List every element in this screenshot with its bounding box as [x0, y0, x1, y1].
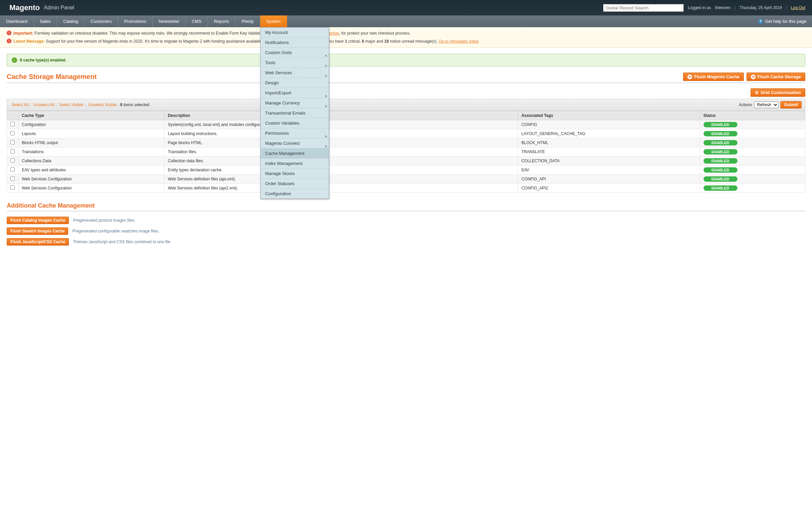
nav-promotions[interactable]: Promotions [118, 16, 153, 27]
table-row[interactable]: Web Services ConfigurationWeb Services d… [7, 184, 805, 193]
menu-item-manage-stores[interactable]: Manage Stores [261, 168, 329, 179]
cell-type: EAV types and attributes [18, 166, 165, 175]
menu-item-transactional-emails[interactable]: Transactional Emails [261, 108, 329, 118]
menu-item-tools[interactable]: Tools [261, 58, 329, 68]
cell-tags: CONFIG_API [518, 175, 700, 184]
nav-system[interactable]: System [260, 16, 287, 27]
cell-tags: EAV [518, 166, 700, 175]
col-status[interactable]: Status [700, 111, 805, 120]
table-row[interactable]: LayoutsLayout building instructions.LAYO… [7, 129, 805, 138]
important-message: Important: Formkey validation on checkou… [14, 30, 411, 36]
cell-desc: Layout building instructions. [164, 129, 518, 138]
menu-item-manage-currency[interactable]: Manage Currency [261, 98, 329, 108]
cell-status: ENABLED [700, 129, 805, 138]
table-row[interactable]: TranslationsTranslation files.TRANSLATEE… [7, 147, 805, 157]
table-row[interactable]: EAV types and attributesEntity types dec… [7, 166, 805, 175]
status-badge: ENABLED [704, 185, 737, 191]
row-checkbox[interactable] [11, 122, 15, 126]
table-row[interactable]: ConfigurationSystem(config.xml, local.xm… [7, 120, 805, 129]
selected-count: 0 [120, 102, 123, 107]
menu-item-magento-connect[interactable]: Magento Connect [261, 138, 329, 148]
col-tags[interactable]: Associated Tags [518, 111, 700, 120]
row-checkbox[interactable] [11, 158, 15, 163]
cell-tags: CONFIG_API2 [518, 184, 700, 193]
nav-plenty[interactable]: Plenty [236, 16, 260, 27]
menu-item-custom-grids[interactable]: Custom Grids [261, 48, 329, 58]
messages-inbox-link[interactable]: Go to messages inbox [439, 39, 479, 44]
nav-cms[interactable]: CMS [186, 16, 208, 27]
row-checkbox[interactable] [11, 149, 15, 154]
menu-item-cache-management[interactable]: Cache Management [261, 148, 329, 159]
nav-newsletter[interactable]: Newsletter [153, 16, 186, 27]
cell-status: ENABLED [700, 184, 805, 193]
menu-item-permissions[interactable]: Permissions [261, 128, 329, 138]
nav-sales[interactable]: Sales [34, 16, 57, 27]
close-icon: ✕ [751, 75, 756, 79]
cell-desc: Page blocks HTML. [164, 138, 518, 147]
nav-catalog[interactable]: Catalog [57, 16, 85, 27]
grid-toolbar: Select All| Unselect All| Select Visible… [7, 99, 805, 111]
cell-desc: System(config.xml, local.xml) and module… [164, 120, 518, 129]
flush-desc: Themes JavaScript and CSS files combined… [73, 240, 171, 244]
header-right: Logged in as theexten | Thursday, 25 Apr… [603, 4, 805, 12]
menu-item-import-export[interactable]: Import/Export [261, 88, 329, 98]
status-badge: ENABLED [704, 131, 737, 136]
flush-button[interactable]: Flush Swatch Images Cache [7, 227, 68, 235]
menu-item-notifications[interactable]: Notifications [261, 38, 329, 48]
menu-item-design[interactable]: Design [261, 78, 329, 88]
flush-cache-storage-button[interactable]: ✕Flush Cache Storage [747, 73, 805, 81]
cell-tags: COLLECTION_DATA [518, 157, 700, 166]
menu-item-order-statuses[interactable]: Order Statuses [261, 179, 329, 189]
nav-reports[interactable]: Reports [208, 16, 236, 27]
status-badge: ENABLED [704, 140, 737, 145]
row-checkbox[interactable] [11, 131, 15, 135]
menu-item-my-account[interactable]: My Account [261, 27, 329, 38]
menu-item-index-management[interactable]: Index Management [261, 159, 329, 168]
nav-dashboard[interactable]: Dashboard [0, 16, 34, 27]
table-row[interactable]: Collections DataCollection data files.CO… [7, 157, 805, 166]
select-visible-link[interactable]: Select Visible [59, 102, 83, 107]
logo-area: Magento Admin Panel [7, 3, 74, 12]
cell-status: ENABLED [700, 166, 805, 175]
menu-item-custom-variables[interactable]: Custom Variables [261, 118, 329, 128]
unselect-visible-link[interactable]: Unselect Visible [88, 102, 117, 107]
global-search-input[interactable] [603, 4, 684, 12]
flush-magento-cache-button[interactable]: ✕Flush Magento Cache [683, 73, 744, 81]
table-row[interactable]: Blocks HTML outputPage blocks HTML.BLOCK… [7, 138, 805, 147]
submit-button[interactable]: Submit [780, 101, 801, 108]
cell-desc: Translation files. [164, 147, 518, 157]
unselect-all-link[interactable]: Unselect All [33, 102, 55, 107]
row-checkbox[interactable] [11, 185, 15, 190]
table-row[interactable]: Web Services ConfigurationWeb Services d… [7, 175, 805, 184]
row-checkbox[interactable] [11, 167, 15, 172]
close-icon: ✕ [687, 75, 692, 79]
cell-desc: Entity types declaration cache. [164, 166, 518, 175]
cell-type: Web Services Configuration [18, 175, 165, 184]
checkbox-header [7, 111, 18, 120]
actions-select[interactable]: Refresh [754, 101, 778, 108]
cell-status: ENABLED [700, 138, 805, 147]
col-description[interactable]: Description [164, 111, 518, 120]
notice-bar: ! Important: Formkey validation on check… [0, 27, 812, 48]
cell-desc: Web Services definition files (api2.xml)… [164, 184, 518, 193]
grid-customization-button[interactable]: Grid Customization [751, 88, 805, 97]
row-checkbox[interactable] [11, 176, 15, 181]
cell-type: Configuration [18, 120, 165, 129]
latest-message: Latest Message: Support for your free ve… [14, 38, 479, 44]
help-link[interactable]: ? Get help for this page [758, 19, 807, 24]
menu-item-configuration[interactable]: Configuration [261, 189, 329, 199]
cell-type: Blocks HTML output [18, 138, 165, 147]
logout-link[interactable]: Log Out [791, 5, 805, 10]
cell-type: Collections Data [18, 157, 165, 166]
status-badge: ENABLED [704, 167, 737, 173]
menu-item-web-services[interactable]: Web Services [261, 68, 329, 78]
cell-tags: BLOCK_HTML [518, 138, 700, 147]
flush-button[interactable]: Flush JavaScript/CSS Cache [7, 238, 69, 245]
nav-customers[interactable]: Customers [85, 16, 118, 27]
cell-type: Layouts [18, 129, 165, 138]
flush-button[interactable]: Flush Catalog Images Cache [7, 217, 69, 224]
row-checkbox[interactable] [11, 140, 15, 144]
select-all-link[interactable]: Select All [12, 102, 28, 107]
status-badge: ENABLED [704, 158, 737, 164]
col-cache-type[interactable]: Cache Type [18, 111, 165, 120]
